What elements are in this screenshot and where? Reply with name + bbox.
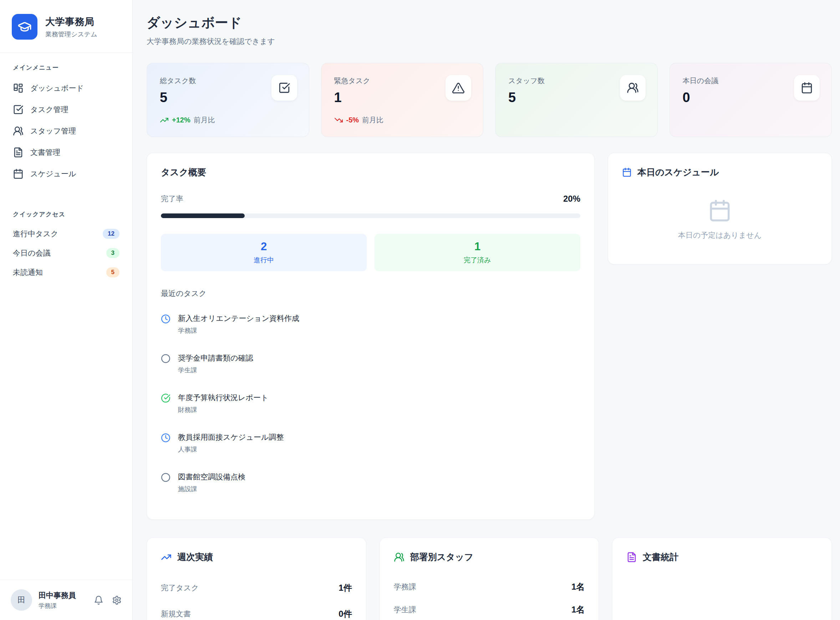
sidebar-user-panel: 田 田中事務員 学務課: [0, 580, 132, 620]
alert-triangle-icon: [446, 75, 471, 101]
sidebar-header: 大学事務局 業務管理システム: [0, 0, 132, 53]
sidebar-item-documents[interactable]: 文書管理: [9, 142, 124, 163]
nav-section-label-main: メインメニュー: [9, 63, 124, 72]
circle-icon: [161, 473, 171, 493]
completed-count: 1: [474, 240, 480, 253]
task-department: 財務課: [178, 405, 268, 414]
weekly-results-card: 週次実績 完了タスク 1件 新規文書 0件 開催会議 0件: [147, 537, 366, 620]
completed-label: 完了済み: [464, 256, 491, 265]
weekly-results-title: 週次実績: [177, 551, 213, 563]
trending-up-icon: [161, 552, 172, 563]
trending-down-icon: [334, 116, 343, 125]
schedule-card-title: 本日のスケジュール: [638, 166, 719, 178]
trend-value: -5%: [346, 116, 359, 124]
circle-icon: [161, 354, 171, 375]
trending-up-icon: [160, 116, 169, 125]
row-label: 新規文書: [161, 609, 191, 619]
trend-value: +12%: [172, 116, 190, 124]
sidebar-item-schedule[interactable]: スケジュール: [9, 163, 124, 185]
sidebar: 大学事務局 業務管理システム メインメニュー ダッシュボード タスク管理 スタッ…: [0, 0, 133, 620]
badge-count: 12: [103, 229, 120, 239]
nav-section-label-quick: クイックアクセス: [9, 210, 124, 218]
stat-row: 学生課 1名: [394, 600, 585, 619]
staff-by-department-card: 部署別スタッフ 学務課 1名 学生課 1名 財務課 1名 人事課 1名: [380, 537, 599, 620]
badge-count: 3: [106, 248, 120, 258]
trend-suffix: 前月比: [194, 115, 215, 125]
users-icon: [620, 75, 646, 101]
row-value: 0件: [339, 608, 352, 620]
document-stats-title: 文書統計: [643, 551, 678, 563]
quick-item-todays-meetings[interactable]: 今日の会議 3: [9, 244, 124, 263]
sidebar-item-label: スケジュール: [30, 169, 76, 179]
task-row[interactable]: 新入生オリエンテーション資料作成 学務課: [161, 308, 580, 340]
users-icon: [394, 552, 405, 563]
row-label: 学務課: [394, 582, 416, 592]
completion-rate-value: 20%: [563, 194, 580, 204]
calendar-icon: [622, 167, 632, 177]
row-label: 完了タスク: [161, 583, 199, 593]
in-progress-label: 進行中: [254, 256, 274, 265]
task-department: 施設課: [178, 485, 245, 493]
task-department: 学務課: [178, 326, 299, 335]
quick-item-tasks-in-progress[interactable]: 進行中タスク 12: [9, 224, 124, 244]
completion-progress-fill: [161, 214, 245, 218]
quick-item-unread-notifications[interactable]: 未読通知 5: [9, 263, 124, 282]
app-subtitle: 業務管理システム: [45, 30, 98, 39]
task-row[interactable]: 奨学金申請書類の確認 学生課: [161, 348, 580, 380]
task-title: 教員採用面接スケジュール調整: [178, 432, 284, 442]
quick-item-label: 進行中タスク: [13, 229, 58, 239]
completion-progress-bar: [161, 214, 580, 218]
sidebar-item-label: タスク管理: [30, 105, 68, 114]
stat-row: 完了タスク 1件: [161, 577, 352, 599]
sidebar-item-label: ダッシュボード: [30, 83, 84, 93]
task-row[interactable]: 年度予算執行状況レポート 財務課: [161, 387, 580, 420]
task-overview-card: タスク概要 完了率 20% 2 進行中 1 完了済み 最近のタスク: [147, 153, 595, 520]
completion-rate-label: 完了率: [161, 194, 183, 204]
graduation-cap-icon: [18, 20, 32, 34]
bell-icon[interactable]: [94, 595, 104, 605]
recent-tasks-label: 最近のタスク: [161, 288, 580, 298]
task-department: 人事課: [178, 445, 284, 454]
row-value: 1件: [339, 582, 352, 594]
sidebar-item-staff[interactable]: スタッフ管理: [9, 120, 124, 142]
task-overview-title: タスク概要: [161, 166, 580, 178]
page-subtitle: 大学事務局の業務状況を確認できます: [147, 36, 832, 47]
stats-row: 総タスク数 5 +12% 前月比 緊急タスク 1 -5% 前月比: [147, 63, 832, 137]
row-label: 学生課: [394, 605, 416, 615]
check-square-icon: [13, 104, 24, 115]
quick-item-label: 未読通知: [13, 267, 43, 277]
stat-card-todays-meetings: 本日の会議 0: [669, 63, 832, 137]
gear-icon[interactable]: [112, 595, 122, 605]
completed-count-box: 1 完了済み: [375, 234, 580, 271]
sidebar-item-dashboard[interactable]: ダッシュボード: [9, 77, 124, 99]
page-title: ダッシュボード: [147, 14, 832, 32]
calendar-icon: [708, 199, 732, 223]
sidebar-item-tasks[interactable]: タスク管理: [9, 99, 124, 120]
quick-item-label: 今日の会議: [13, 248, 51, 258]
badge-count: 5: [106, 267, 120, 277]
file-text-icon: [626, 552, 637, 563]
staff-by-department-title: 部署別スタッフ: [410, 551, 473, 563]
task-row[interactable]: 図書館空調設備点検 施設課: [161, 467, 580, 499]
dashboard-icon: [13, 83, 24, 93]
task-title: 新入生オリエンテーション資料作成: [178, 313, 299, 324]
stat-row: 学務課 1名: [394, 577, 585, 596]
sidebar-nav: メインメニュー ダッシュボード タスク管理 スタッフ管理 文書管理: [0, 53, 132, 282]
task-title: 年度予算執行状況レポート: [178, 393, 268, 403]
sidebar-item-label: 文書管理: [30, 147, 60, 157]
main-content: ダッシュボード 大学事務局の業務状況を確認できます 総タスク数 5 +12% 前…: [133, 0, 840, 620]
todays-schedule-card: 本日のスケジュール 本日の予定はありません: [608, 153, 832, 265]
avatar: 田: [11, 589, 32, 611]
task-title: 奨学金申請書類の確認: [178, 353, 253, 363]
clock-icon: [161, 314, 171, 335]
in-progress-count-box: 2 進行中: [161, 234, 367, 271]
trend-suffix: 前月比: [362, 115, 384, 125]
task-row[interactable]: 教員採用面接スケジュール調整 人事課: [161, 427, 580, 459]
user-name: 田中事務員: [39, 590, 76, 600]
stat-card-total-tasks: 総タスク数 5 +12% 前月比: [147, 63, 309, 137]
check-square-icon: [272, 75, 297, 101]
stat-row: 新規文書 0件: [161, 603, 352, 620]
users-icon: [13, 126, 24, 136]
file-text-icon: [13, 147, 24, 158]
app-logo: [12, 14, 38, 40]
